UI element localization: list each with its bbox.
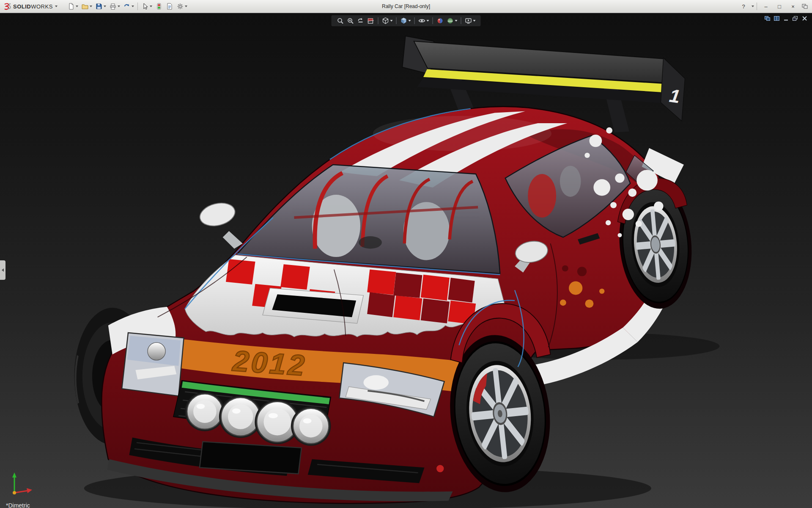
- zoom-to-fit-icon: [337, 17, 344, 25]
- new-document-button[interactable]: [66, 2, 80, 11]
- hud-separator: [461, 17, 461, 24]
- doc-close-button[interactable]: [801, 16, 808, 21]
- apply-scene-icon: [447, 17, 454, 25]
- undo-icon: [123, 3, 131, 10]
- left-mirror: [198, 200, 243, 249]
- document-window-controls: [764, 16, 808, 21]
- hud-view-settings-button[interactable]: [464, 16, 477, 25]
- open-folder-icon: [81, 3, 89, 10]
- options-button[interactable]: [175, 2, 189, 11]
- print-button[interactable]: [108, 2, 121, 11]
- display-style-icon: [400, 17, 408, 25]
- view-orientation-icon: [382, 17, 390, 25]
- file-properties-icon: [166, 3, 173, 10]
- cascade-document-icon: [764, 16, 771, 21]
- open-button[interactable]: [80, 2, 93, 11]
- dropdown-caret: [455, 20, 458, 22]
- dropdown-caret: [76, 6, 78, 7]
- doc-minimize-button[interactable]: [783, 16, 789, 21]
- brand-text-light: WORKS: [31, 3, 53, 10]
- car-3d-model[interactable]: 1: [0, 13, 812, 508]
- select-button[interactable]: [140, 2, 154, 11]
- undo-button[interactable]: [122, 2, 135, 11]
- license-plate: [200, 442, 302, 474]
- help-dropdown-caret[interactable]: [752, 6, 754, 7]
- hud-zoom-to-area-button[interactable]: [346, 16, 355, 25]
- dropdown-caret: [185, 6, 187, 7]
- hud-previous-view-button[interactable]: [356, 16, 365, 25]
- hud-edit-appearance-button[interactable]: [436, 16, 445, 25]
- hood-year-decal: 2012: [231, 344, 308, 382]
- previous-view-icon: [357, 17, 365, 25]
- hud-view-orientation-button[interactable]: [381, 16, 394, 25]
- save-button[interactable]: [94, 2, 107, 11]
- edit-appearance-icon: [436, 17, 444, 25]
- close-button[interactable]: ×: [787, 3, 799, 10]
- dropdown-caret: [118, 6, 120, 7]
- side-dark-dot: [562, 265, 568, 272]
- graphics-viewport[interactable]: 1: [0, 13, 812, 508]
- close-document-icon: [801, 16, 808, 21]
- logo-dropdown-caret[interactable]: [55, 6, 58, 7]
- dropdown-caret: [390, 20, 393, 22]
- reference-triad: [8, 470, 38, 497]
- doc-tile-button[interactable]: [774, 16, 780, 21]
- rebuild-button[interactable]: [154, 2, 164, 11]
- main-toolbar: [66, 2, 189, 11]
- rebuild-icon: [155, 3, 163, 10]
- tow-hook: [436, 465, 444, 472]
- section-view-icon: [367, 17, 375, 25]
- minimize-document-icon: [783, 16, 789, 21]
- minimize-button[interactable]: –: [760, 3, 772, 10]
- view-orientation-label: *Dimetric: [6, 502, 30, 508]
- heads-up-view-toolbar: [332, 15, 481, 26]
- solidworks-logo-icon: [3, 3, 12, 10]
- options-gear-icon: [176, 3, 184, 10]
- hud-zoom-to-fit-button[interactable]: [336, 16, 345, 25]
- y-axis-arrow: [12, 472, 16, 478]
- dropdown-caret: [427, 20, 429, 22]
- brand-text-bold: SOLID: [13, 3, 31, 10]
- hud-separator: [396, 17, 397, 24]
- dropdown-caret: [473, 20, 476, 22]
- window-controls: ? – □ ×: [737, 3, 812, 10]
- cascade-windows-icon: [801, 3, 808, 9]
- session-windows-button[interactable]: [800, 3, 809, 10]
- tile-document-icon: [774, 16, 780, 21]
- triad-origin: [13, 491, 16, 494]
- collapse-arrow-icon: [2, 268, 4, 272]
- hud-separator: [414, 17, 415, 24]
- save-icon: [95, 3, 103, 10]
- new-document-icon: [67, 3, 75, 10]
- dropdown-caret: [150, 6, 152, 7]
- dropdown-caret: [90, 6, 92, 7]
- doc-restore-button[interactable]: [792, 16, 798, 21]
- toolbar-separator: [757, 3, 757, 10]
- maximize-button[interactable]: □: [773, 3, 786, 10]
- hud-display-style-button[interactable]: [399, 16, 412, 25]
- file-properties-button[interactable]: [165, 2, 175, 11]
- restore-document-icon: [792, 16, 798, 21]
- dropdown-caret: [104, 6, 106, 7]
- side-dark-dot: [577, 267, 587, 276]
- left-headlight: [122, 333, 184, 396]
- hud-hide-show-items-button[interactable]: [417, 16, 430, 25]
- x-axis-arrow: [27, 488, 32, 493]
- print-icon: [109, 3, 117, 10]
- zoom-to-area-icon: [347, 17, 354, 25]
- hud-separator: [433, 17, 433, 24]
- hud-section-view-button[interactable]: [366, 16, 376, 25]
- solidworks-logo: SOLIDWORKS: [0, 3, 60, 10]
- dropdown-caret: [409, 20, 411, 22]
- toolbar-separator: [137, 3, 138, 10]
- select-cursor-icon: [141, 3, 149, 10]
- view-settings-icon: [465, 17, 472, 25]
- help-button[interactable]: ?: [737, 3, 750, 10]
- hide-show-items-icon: [418, 17, 426, 25]
- titlebar[interactable]: SOLIDWORKS Rally Car [Read-only]: [0, 0, 812, 13]
- hud-apply-scene-button[interactable]: [446, 16, 458, 25]
- feature-tree-collapse-tab[interactable]: [0, 260, 5, 280]
- doc-cascade-button[interactable]: [764, 16, 771, 21]
- hud-separator: [378, 17, 379, 24]
- dropdown-caret: [132, 6, 134, 7]
